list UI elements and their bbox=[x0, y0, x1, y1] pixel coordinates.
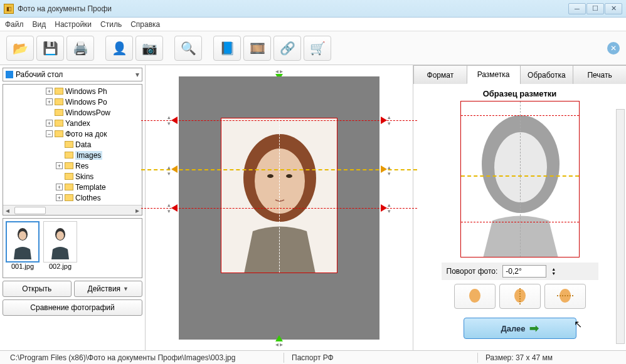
rotation-spinner[interactable]: ▲▼ bbox=[551, 267, 556, 276]
adj-width-icon[interactable] bbox=[544, 284, 586, 309]
status-size: Размер: 37 x 47 мм bbox=[480, 353, 558, 362]
rotation-label: Поворот фото: bbox=[447, 267, 498, 276]
svg-point-1 bbox=[19, 231, 26, 240]
tb-camera-icon[interactable]: 📷 bbox=[135, 36, 163, 61]
left-panel: Рабочий стол ▾ +Windows Ph+Windows PoWin… bbox=[0, 65, 146, 350]
close-button[interactable]: ✕ bbox=[605, 3, 622, 14]
actions-button[interactable]: Действия▼ bbox=[74, 281, 143, 297]
photo-frame: ▴▾ ▴▾ ▴▾ ▴▾ ▴▾ ▴▾ bbox=[179, 76, 379, 340]
app-icon: ◧ bbox=[4, 4, 14, 14]
desktop-icon bbox=[6, 71, 13, 78]
svg-point-10 bbox=[494, 132, 547, 202]
tree-item[interactable]: +Windows Po bbox=[8, 96, 142, 107]
tree-item[interactable]: +Windows Ph bbox=[8, 86, 142, 96]
tb-user-icon[interactable]: 👤 bbox=[105, 36, 133, 61]
tree-item[interactable]: −Фото на док bbox=[8, 128, 142, 139]
tb-video-icon[interactable]: 🎞️ bbox=[243, 36, 271, 61]
svg-point-3 bbox=[56, 231, 64, 240]
red-guide-top[interactable] bbox=[141, 120, 417, 121]
right-panel: Формат Разметка Обработка Печать Образец… bbox=[413, 65, 626, 350]
minimize-button[interactable]: ─ bbox=[568, 3, 586, 14]
thumbnail-strip[interactable]: 001.jpg002.jpg bbox=[3, 218, 142, 278]
rotation-row: Поворот фото: ▲▼ bbox=[442, 263, 598, 280]
canvas[interactable]: ◂ ▸ ▴▾ ▴▾ ▴▾ ▴▾ ▴▾ ▴▾ bbox=[146, 65, 413, 350]
tree-scrollbar[interactable]: ◂▸ bbox=[3, 205, 142, 215]
tree-item[interactable]: +Clothes bbox=[8, 192, 142, 203]
svg-point-8 bbox=[286, 174, 292, 178]
tab-content: Образец разметки Поворот фото: ▲▼ bbox=[413, 84, 626, 350]
compare-button[interactable]: Сравнение фотографий bbox=[3, 299, 142, 316]
menu-view[interactable]: Вид bbox=[33, 20, 46, 29]
titlebar: ◧ Фото на документы Профи ─ ☐ ✕ bbox=[0, 0, 626, 18]
tab-processing[interactable]: Обработка bbox=[520, 65, 574, 84]
status-path: C:\Program Files (x86)\Фото на документы… bbox=[5, 353, 281, 362]
folder-tree[interactable]: +Windows Ph+Windows PoWindowsPow+Yandex−… bbox=[3, 84, 142, 216]
bottom-arrows-icon[interactable]: ◂ ▸ bbox=[275, 341, 284, 348]
tab-markup[interactable]: Разметка bbox=[467, 65, 521, 84]
open-button[interactable]: Открыть bbox=[3, 281, 72, 297]
tb-cart-icon[interactable]: 🛒 bbox=[304, 36, 331, 61]
tabs: Формат Разметка Обработка Печать bbox=[413, 65, 626, 84]
panel-scrollbar[interactable] bbox=[616, 109, 625, 344]
yellow-guide[interactable] bbox=[141, 169, 417, 170]
tree-item[interactable]: +Res bbox=[8, 160, 142, 171]
menu-style[interactable]: Стиль bbox=[100, 20, 122, 29]
sample-box bbox=[460, 101, 580, 257]
tb-preview-icon[interactable]: 🔍 bbox=[174, 36, 202, 61]
tb-link-icon[interactable]: 🔗 bbox=[273, 36, 301, 61]
window-title: Фото на документы Профи bbox=[18, 4, 568, 13]
arrow-right-icon: ➡ bbox=[529, 321, 539, 335]
chevron-down-icon: ▾ bbox=[135, 70, 139, 79]
red-guide-bottom[interactable] bbox=[141, 208, 417, 209]
menu-help[interactable]: Справка bbox=[130, 20, 160, 29]
tab-format[interactable]: Формат bbox=[413, 65, 467, 84]
toolbar: 📂 💾 🖨️ 👤 📷 🔍 📘 🎞️ 🔗 🛒 ✕ bbox=[0, 31, 626, 65]
menubar: Файл Вид Настройки Стиль Справка bbox=[0, 18, 626, 31]
tb-save-icon[interactable]: 💾 bbox=[36, 36, 64, 61]
status-format: Паспорт РФ bbox=[287, 353, 475, 362]
tree-item[interactable]: +Yandex bbox=[8, 118, 142, 128]
rotation-input[interactable] bbox=[502, 265, 546, 278]
adj-face-icon[interactable] bbox=[454, 284, 496, 309]
tb-close-ad-icon[interactable]: ✕ bbox=[607, 42, 620, 55]
svg-point-11 bbox=[469, 289, 480, 303]
tb-new-icon[interactable]: 📂 bbox=[6, 36, 34, 61]
svg-point-7 bbox=[267, 174, 273, 178]
tree-item[interactable]: WindowsPow bbox=[8, 107, 142, 118]
statusbar: C:\Program Files (x86)\Фото на документы… bbox=[0, 350, 626, 364]
tab-print[interactable]: Печать bbox=[573, 65, 626, 84]
maximize-button[interactable]: ☐ bbox=[586, 3, 604, 14]
vertical-guide bbox=[279, 118, 280, 273]
tree-item[interactable]: Data bbox=[8, 139, 142, 150]
photo-crop[interactable] bbox=[221, 118, 337, 273]
svg-point-6 bbox=[255, 148, 305, 214]
tb-print-icon[interactable]: 🖨️ bbox=[66, 36, 94, 61]
chevron-down-icon: ▼ bbox=[123, 286, 129, 292]
adj-height-icon[interactable] bbox=[499, 284, 541, 309]
cursor-icon: ↖ bbox=[574, 318, 582, 330]
tb-help-icon[interactable]: 📘 bbox=[213, 36, 241, 61]
menu-file[interactable]: Файл bbox=[5, 20, 24, 29]
tree-item[interactable]: Skins bbox=[8, 171, 142, 182]
tree-item[interactable]: +Template bbox=[8, 182, 142, 192]
tree-item[interactable]: Images bbox=[8, 150, 142, 160]
next-button[interactable]: Далее ➡ bbox=[464, 318, 576, 339]
folder-dropdown[interactable]: Рабочий стол ▾ bbox=[3, 68, 142, 81]
thumbnail[interactable]: 002.jpg bbox=[43, 221, 77, 275]
thumbnail[interactable]: 001.jpg bbox=[6, 221, 40, 275]
sample-title: Образец разметки bbox=[483, 89, 557, 98]
menu-settings[interactable]: Настройки bbox=[55, 20, 92, 29]
